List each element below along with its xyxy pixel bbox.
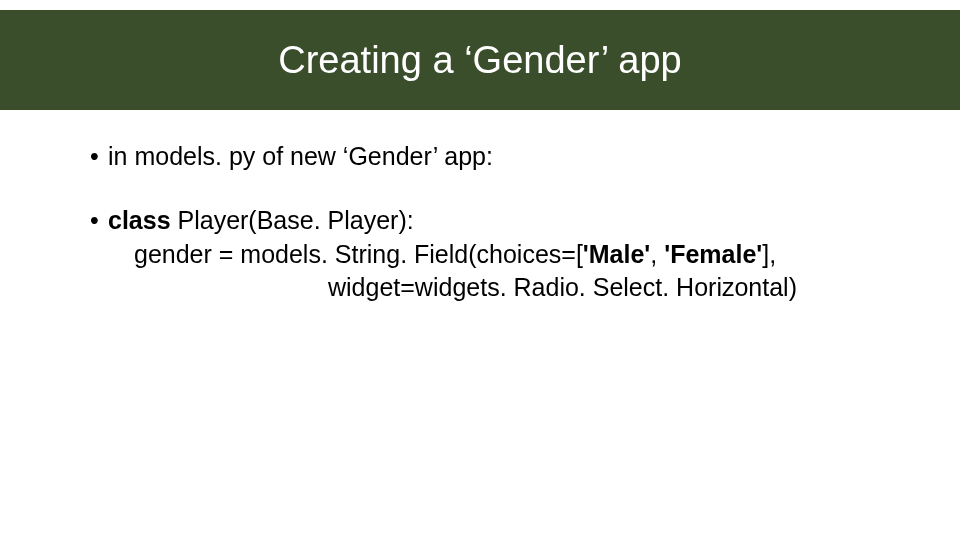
bullet-text: in models. py of new ‘Gender’ app: <box>108 140 890 174</box>
bullet-code-block: class Player(Base. Player): gender = mod… <box>108 204 890 305</box>
code-choice-female: 'Female' <box>664 240 762 268</box>
bullet-dot-icon: • <box>90 204 108 305</box>
code-assign-post: ], <box>762 240 776 268</box>
code-comma: , <box>650 240 664 268</box>
code-keyword-class: class <box>108 206 171 234</box>
bullet-dot-icon: • <box>90 140 108 174</box>
slide-body: • in models. py of new ‘Gender’ app: • c… <box>0 110 960 305</box>
code-assign-pre: gender = models. String. Field(choices=[ <box>134 240 583 268</box>
bullet-item: • in models. py of new ‘Gender’ app: <box>90 140 890 174</box>
code-class-decl: Player(Base. Player): <box>171 206 414 234</box>
code-choice-male: 'Male' <box>583 240 650 268</box>
bullet-item: • class Player(Base. Player): gender = m… <box>90 204 890 305</box>
slide-title: Creating a ‘Gender’ app <box>278 39 681 82</box>
code-widget-line: widget=widgets. Radio. Select. Horizonta… <box>108 271 890 305</box>
slide-title-band: Creating a ‘Gender’ app <box>0 10 960 110</box>
